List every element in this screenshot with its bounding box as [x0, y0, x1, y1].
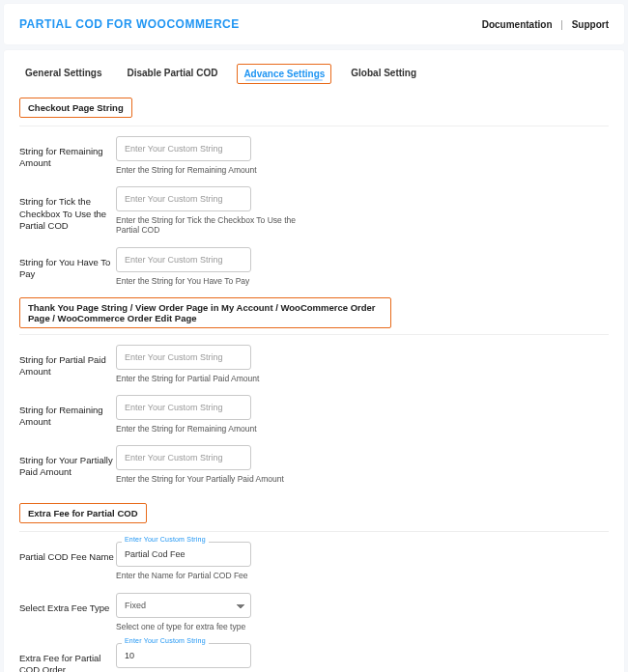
- input-tick-checkbox[interactable]: [116, 186, 251, 211]
- helper-partial-paid-amount: Enter the String for Partial Paid Amount: [116, 374, 309, 383]
- input-remaining-amount-2[interactable]: [116, 395, 251, 420]
- helper-fee-type: Select one of type for extra fee type: [116, 622, 309, 631]
- support-link[interactable]: Support: [572, 19, 609, 30]
- divider: [19, 126, 609, 126]
- brand-title: PARTIAL COD FOR WOOCOMMERCE: [19, 17, 240, 31]
- tab-advance-settings[interactable]: Advance Settings: [237, 64, 331, 84]
- field-tick-checkbox: String for Tick the Checkbox To Use the …: [19, 186, 609, 235]
- documentation-link[interactable]: Documentation: [482, 19, 553, 30]
- helper-you-have-to-pay: Enter the String for You Have To Pay: [116, 276, 309, 286]
- section-title-checkout: Checkout Page String: [19, 98, 132, 118]
- label-remaining-amount: String for Remaining Amount: [19, 136, 116, 170]
- top-bar: PARTIAL COD FOR WOOCOMMERCE Documentatio…: [4, 4, 624, 44]
- section-title-thankyou: Thank You Page String / View Order Page …: [19, 297, 391, 328]
- label-your-partially-paid: String for Your Partially Paid Amount: [19, 445, 116, 479]
- input-partial-paid-amount[interactable]: [116, 345, 251, 370]
- select-fee-type[interactable]: Fixed: [116, 593, 251, 618]
- field-fee-type: Select Extra Fee Type Fixed Select one o…: [19, 593, 609, 631]
- field-your-partially-paid: String for Your Partially Paid Amount En…: [19, 445, 609, 484]
- section-title-extra-fee: Extra Fee for Partial COD: [19, 503, 147, 523]
- field-you-have-to-pay: String for You Have To Pay Enter the Str…: [19, 247, 609, 286]
- label-fee-value: Extra Fee for Partial COD Order: [19, 643, 116, 672]
- label-fee-type: Select Extra Fee Type: [19, 593, 116, 614]
- input-fee-name[interactable]: [116, 542, 251, 567]
- field-remaining-amount: String for Remaining Amount Enter the St…: [19, 136, 609, 175]
- float-label-fee-name: Enter Your Custom String: [122, 536, 209, 543]
- field-remaining-amount-2: String for Remaining Amount Enter the St…: [19, 395, 609, 434]
- helper-tick-checkbox: Enter the String for Tick the Checkbox T…: [116, 215, 309, 235]
- label-tick-checkbox: String for Tick the Checkbox To Use the …: [19, 186, 116, 232]
- divider: [19, 334, 609, 335]
- input-remaining-amount[interactable]: [116, 136, 251, 161]
- input-your-partially-paid[interactable]: [116, 445, 251, 470]
- helper-your-partially-paid: Enter the String for Your Partially Paid…: [116, 474, 309, 484]
- label-partial-paid-amount: String for Partial Paid Amount: [19, 345, 116, 378]
- input-fee-value[interactable]: [116, 643, 251, 668]
- input-you-have-to-pay[interactable]: [116, 247, 251, 272]
- label-fee-name: Partial COD Fee Name: [19, 542, 116, 563]
- helper-remaining-amount: Enter the String for Remaining Amount: [116, 165, 309, 175]
- top-links: Documentation | Support: [482, 19, 609, 30]
- label-you-have-to-pay: String for You Have To Pay: [19, 247, 116, 281]
- helper-fee-name: Enter the Name for Partial COD Fee: [116, 571, 309, 580]
- link-separator: |: [560, 19, 563, 30]
- settings-card: General Settings Disable Partial COD Adv…: [4, 50, 624, 672]
- tab-global-setting[interactable]: Global Setting: [345, 64, 422, 84]
- field-partial-paid-amount: String for Partial Paid Amount Enter the…: [19, 345, 609, 383]
- tab-disable-partial-cod[interactable]: Disable Partial COD: [121, 64, 223, 84]
- tab-general-settings[interactable]: General Settings: [19, 64, 107, 84]
- helper-remaining-amount-2: Enter the String for Remaining Amount: [116, 424, 309, 434]
- field-fee-name: Partial COD Fee Name Enter Your Custom S…: [19, 542, 609, 580]
- field-fee-value: Extra Fee for Partial COD Order Enter Yo…: [19, 643, 609, 672]
- float-label-fee-value: Enter Your Custom String: [122, 637, 209, 644]
- divider: [19, 531, 609, 532]
- tabs: General Settings Disable Partial COD Adv…: [19, 50, 609, 90]
- label-remaining-amount-2: String for Remaining Amount: [19, 395, 116, 429]
